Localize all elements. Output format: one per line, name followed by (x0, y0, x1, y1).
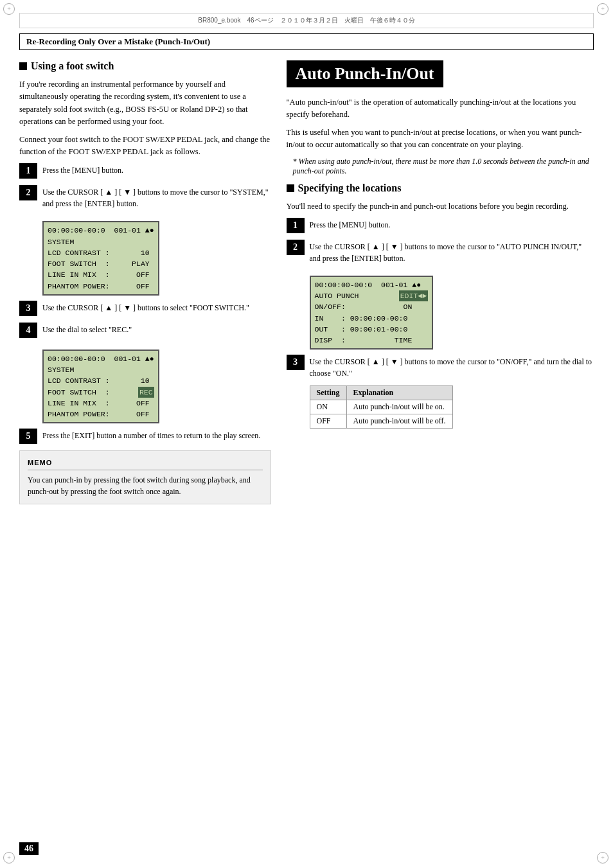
right-step-content-1: Press the [MENU] button. (310, 218, 391, 231)
step-number-2: 2 (19, 185, 37, 200)
step-content-4: Use the dial to select "REC." (42, 323, 132, 335)
rlcd-row-3: ON/OFF: ON (315, 301, 429, 312)
lcd2-row-3: LCD CONTRAST : 10 (48, 375, 154, 386)
left-step-2: 2 Use the CURSOR [ ▲ ] [ ▼ ] buttons to … (19, 185, 271, 209)
step-number-5: 5 (19, 429, 37, 444)
table-header-setting: Setting (310, 386, 346, 400)
rlcd-row-2: AUTO PUNCH EDIT◄► (315, 290, 429, 301)
lcd-screen-1: 00:00:00-00:0 001-01 ▲● SYSTEM LCD CONTR… (42, 221, 159, 296)
rlcd-row-5: OUT : 00:00:01-00:0 (315, 324, 429, 335)
lcd2-row-2: SYSTEM (48, 364, 154, 375)
right-lcd-screen: 00:00:00-00:0 001-01 ▲● AUTO PUNCH EDIT◄… (310, 276, 434, 350)
left-step-1: 1 Press the [MENU] button. (19, 163, 271, 179)
left-title-text: Using a foot switch (31, 60, 114, 72)
step-content-2: Use the CURSOR [ ▲ ] [ ▼ ] buttons to mo… (42, 185, 271, 209)
table-header-explanation: Explanation (346, 386, 452, 400)
lcd2-row-6: PHANTOM POWER: OFF (48, 409, 154, 420)
lcd2-row-1: 00:00:00-00:0 001-01 ▲● (48, 353, 154, 364)
right-intro2: This is useful when you want to punch-in… (287, 127, 594, 152)
right-step-1: 1 Press the [MENU] button. (287, 218, 594, 233)
right-sub-title-text: Specifying the locations (298, 182, 402, 194)
step-number-4: 4 (19, 323, 37, 338)
rlcd-row-4: IN : 00:00:00-00:0 (315, 313, 429, 324)
right-step-2: 2 Use the CURSOR [ ▲ ] [ ▼ ] buttons to … (287, 240, 594, 264)
table-cell-off-setting: OFF (310, 414, 346, 429)
square-icon (19, 62, 27, 70)
two-col-layout: Using a foot switch If you're recording … (19, 60, 594, 504)
lcd2-row-5: LINE IN MIX : OFF (48, 398, 154, 409)
left-body2: Connect your foot switch to the FOOT SW/… (19, 134, 271, 159)
reg-mark-tr (597, 3, 610, 16)
settings-table: Setting Explanation ON Auto punch-in/out… (310, 385, 453, 429)
table-cell-on-explanation: Auto punch-in/out will be on. (346, 400, 452, 414)
table-cell-off-explanation: Auto punch-in/out will be off. (346, 414, 452, 429)
page-container: BR800_e.book 46ページ ２０１０年３月２日 火曜日 午後６時４０分… (0, 0, 613, 868)
right-step-number-1: 1 (287, 218, 305, 233)
right-square-icon (287, 184, 294, 192)
lcd-row-5: LINE IN MIX : OFF (48, 269, 154, 280)
step-content-5: Press the [EXIT] button a number of time… (42, 429, 260, 441)
memo-text: You can punch-in by pressing the foot sw… (28, 474, 263, 497)
left-section-title: Using a foot switch (19, 60, 271, 72)
left-column: Using a foot switch If you're recording … (19, 60, 271, 504)
page-number: 46 (19, 842, 39, 855)
step-content-3: Use the CURSOR [ ▲ ] [ ▼ ] buttons to se… (42, 301, 249, 314)
right-step-number-3: 3 (287, 355, 305, 370)
rlcd-row-1: 00:00:00-00:0 001-01 ▲● (315, 279, 429, 290)
right-step-content-3: Use the CURSOR [ ▲ ] [ ▼ ] buttons to mo… (310, 355, 594, 379)
table-row-off: OFF Auto punch-in/out will be off. (310, 414, 452, 429)
left-step-3: 3 Use the CURSOR [ ▲ ] [ ▼ ] buttons to … (19, 301, 271, 316)
right-step-number-2: 2 (287, 240, 305, 255)
big-title: Auto Punch-In/Out (287, 60, 443, 87)
reg-mark-bl (3, 852, 16, 865)
lcd-row-4: FOOT SWITCH : PLAY (48, 258, 154, 269)
table-cell-on-setting: ON (310, 400, 346, 414)
right-column: Auto Punch-In/Out "Auto punch-in/out" is… (287, 60, 594, 504)
reg-mark-br (597, 852, 610, 865)
lcd-row-2: SYSTEM (48, 236, 154, 247)
step-number-3: 3 (19, 301, 37, 316)
left-step-4: 4 Use the dial to select "REC." (19, 323, 271, 338)
rlcd-row-6: DISP : TIME (315, 335, 429, 346)
right-step-3: 3 Use the CURSOR [ ▲ ] [ ▼ ] buttons to … (287, 355, 594, 379)
reg-mark-tl (3, 3, 16, 16)
right-sub-section-title: Specifying the locations (287, 182, 594, 194)
lcd-screen-2: 00:00:00-00:0 001-01 ▲● SYSTEM LCD CONTR… (42, 350, 159, 424)
memo-label: MEMO (28, 457, 263, 470)
left-step-5: 5 Press the [EXIT] button a number of ti… (19, 429, 271, 444)
file-metadata: BR800_e.book 46ページ ２０１０年３月２日 火曜日 午後６時４０分 (19, 13, 594, 28)
lcd2-row-4: FOOT SWITCH : REC (48, 387, 154, 398)
step-number-1: 1 (19, 163, 37, 179)
step-content-1: Press the [MENU] button. (42, 163, 123, 176)
table-row-on: ON Auto punch-in/out will be on. (310, 400, 452, 414)
lcd-row-1: 00:00:00-00:0 001-01 ▲● (48, 225, 154, 236)
right-note: * When using auto punch-in/out, there mu… (287, 157, 594, 176)
lcd-row-3: LCD CONTRAST : 10 (48, 247, 154, 258)
memo-box: MEMO You can punch-in by pressing the fo… (19, 450, 271, 504)
left-body1: If you're recording an instrumental perf… (19, 78, 271, 128)
lcd-row-6: PHANTOM POWER: OFF (48, 281, 154, 292)
right-sub-body: You'll need to specify the punch-in and … (287, 200, 594, 213)
right-step-content-2: Use the CURSOR [ ▲ ] [ ▼ ] buttons to mo… (310, 240, 594, 264)
section-header: Re-Recording Only Over a Mistake (Punch-… (19, 33, 594, 50)
right-intro1: "Auto punch-in/out" is the operation of … (287, 96, 594, 121)
